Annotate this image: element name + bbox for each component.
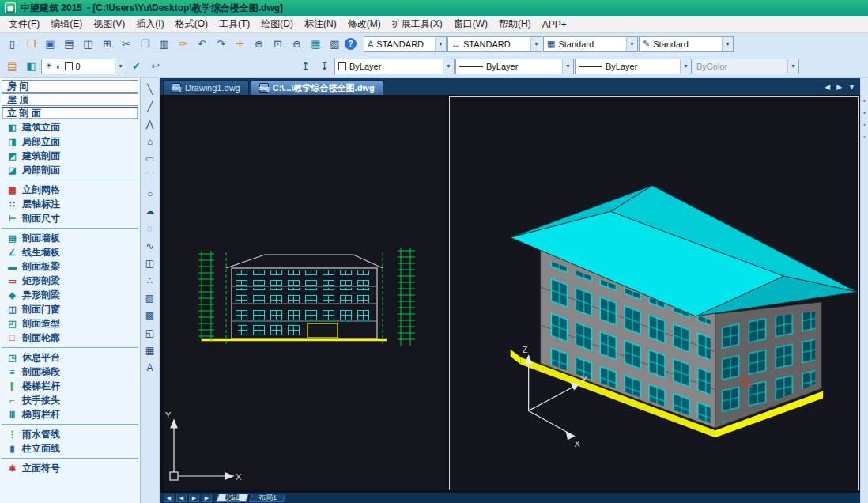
sidebar-item[interactable]: ✱ 立面符号 (0, 461, 140, 475)
drawing-canvas[interactable]: Y X (160, 95, 860, 493)
chevron-down-icon[interactable]: ▼ (562, 59, 573, 74)
sidebar-item[interactable]: ≡ 剖面梯段 (0, 365, 140, 379)
sidebar-item[interactable] (2, 180, 138, 180)
sidebar-item[interactable]: 立 剖 面 (2, 107, 138, 119)
help-button[interactable]: ? (345, 38, 357, 50)
layer-combo[interactable]: ☀ ◐ 0 ▼ (41, 59, 126, 74)
tab-drawing1[interactable]: dwg Drawing1.dwg (163, 80, 249, 95)
point-tool[interactable]: ∴ (142, 274, 158, 287)
make-layer-current-button[interactable]: ✔ (127, 58, 145, 75)
mleader-style-combo[interactable]: ✎ Standard ▼ (639, 36, 734, 52)
layer-properties-button[interactable]: ▤ (3, 58, 21, 75)
polygon-tool[interactable]: ⌂ (142, 135, 158, 148)
zoom-realtime-button[interactable]: ⊕ (250, 36, 268, 53)
chevron-down-icon[interactable]: ▼ (435, 37, 446, 51)
save-button[interactable]: ▣ (41, 36, 59, 53)
zoom-window-button[interactable]: ⊡ (269, 36, 287, 53)
cut-button[interactable]: ✂ (117, 36, 135, 53)
tab-scroll-right-icon[interactable]: ▶ (836, 83, 842, 91)
arc-tool[interactable]: ⌒ (142, 170, 158, 183)
print-preview-button[interactable]: ◫ (79, 36, 97, 53)
copy-button[interactable]: ❐ (136, 36, 154, 53)
sidebar-item[interactable]: ∠ 线生墙板 (0, 245, 140, 259)
sidebar-item[interactable]: ▦ 立剖网格 (0, 183, 140, 197)
sidebar-item[interactable]: ◧ 建筑立面 (0, 120, 140, 134)
layout-nav-button[interactable]: ▶ (202, 494, 212, 502)
ellipse-tool[interactable]: ◌ (142, 222, 158, 235)
revision-cloud-tool[interactable]: ☁ (142, 205, 158, 217)
color-combo[interactable]: ByLayer ▼ (334, 59, 455, 74)
sidebar-item[interactable]: ▬ 剖面板梁 (0, 259, 140, 274)
sidebar-item[interactable]: 房 间 (2, 80, 138, 93)
dock-icon-3[interactable]: ▪ (862, 122, 867, 127)
insert-block-tool[interactable]: ◫ (142, 257, 158, 270)
zoom-previous-button[interactable]: ⊖ (288, 36, 306, 53)
sidebar-item[interactable]: ◩ 建筑剖面 (0, 149, 140, 163)
viewport-2d-elevation[interactable]: Y X (164, 97, 447, 490)
sidebar-item[interactable] (2, 458, 138, 459)
print-button[interactable]: ▤ (60, 36, 78, 53)
redo-button[interactable]: ↷ (212, 36, 230, 53)
sidebar-item[interactable]: ▤ 剖面墙板 (0, 231, 140, 245)
paste-button[interactable]: ▥ (155, 36, 173, 53)
gradient-tool[interactable]: ▩ (142, 309, 158, 322)
menu-item[interactable]: 插入(I) (130, 16, 169, 32)
lineweight-combo[interactable]: ByLayer ▼ (575, 59, 692, 74)
sidebar-item[interactable]: ▮ 柱立面线 (0, 441, 140, 456)
chevron-down-icon[interactable]: ▼ (115, 59, 126, 74)
dock-icon-2[interactable]: ▪ (862, 110, 867, 115)
hatch-tool[interactable]: ▨ (142, 292, 158, 304)
sidebar-item[interactable]: ∥ 楼梯栏杆 (0, 379, 140, 393)
table-button[interactable]: ▦ (307, 36, 325, 53)
sidebar-item[interactable] (2, 424, 138, 425)
open-button[interactable]: ❒ (22, 36, 40, 53)
polyline-tool[interactable]: ⋀ (142, 118, 158, 130)
sidebar-item[interactable]: ◰ 剖面造型 (0, 316, 140, 331)
chevron-down-icon[interactable]: ▼ (626, 37, 637, 51)
sidebar-item[interactable]: ∷ 层轴标注 (0, 197, 140, 211)
menu-item[interactable]: 视图(V) (88, 16, 130, 32)
sidebar-item[interactable]: ◪ 局部剖面 (0, 163, 140, 177)
rectangle-tool[interactable]: ▭ (142, 153, 158, 165)
sidebar-item[interactable]: ◳ 休息平台 (0, 350, 140, 365)
sidebar-item[interactable]: ⊢ 剖面尺寸 (0, 211, 140, 225)
chevron-down-icon[interactable]: ▼ (530, 37, 542, 51)
layer-states-button[interactable]: ◧ (22, 58, 40, 75)
publish-button[interactable]: ⊞ (98, 36, 116, 53)
new-button[interactable]: ▯ (3, 36, 21, 53)
sidebar-item[interactable]: ◆ 异形剖梁 (0, 288, 140, 302)
model-tab[interactable]: 模型 (216, 494, 249, 502)
dock-icon-1[interactable]: ▪ (862, 98, 867, 104)
sidebar-item[interactable]: Ⅲ 梯剪栏杆 (0, 407, 140, 422)
undo-button[interactable]: ↶ (193, 36, 211, 53)
tab-menu-icon[interactable]: ▼ (848, 83, 855, 91)
linetype-combo[interactable]: ByLayer ▼ (455, 59, 574, 74)
sidebar-item[interactable]: ◨ 局部立面 (0, 134, 140, 149)
sidebar-item[interactable]: ▭ 矩形剖梁 (0, 274, 140, 288)
pan-button[interactable]: ✛ (231, 36, 249, 53)
send-to-back-button[interactable]: ↧ (315, 58, 334, 75)
text-tool[interactable]: A (142, 361, 158, 374)
region-tool[interactable]: ◱ (142, 327, 158, 339)
dim-style-combo[interactable]: ↔ STANDARD ▼ (447, 36, 542, 52)
layout-nav-button[interactable]: ◀ (164, 494, 174, 502)
sidebar-item[interactable] (2, 228, 138, 229)
sidebar-item[interactable]: □ 剖面轮廓 (0, 331, 140, 345)
tab-active-drawing[interactable]: dwg C:\...\教学综合楼全图.dwg (251, 80, 383, 95)
chevron-down-icon[interactable]: ▼ (680, 59, 691, 74)
layer-previous-button[interactable]: ↩ (146, 58, 164, 75)
layout-nav-button[interactable]: ◀ (176, 494, 187, 502)
tab-scroll-left-icon[interactable]: ◀ (825, 83, 830, 91)
layout-nav-button[interactable]: ▶ (189, 494, 199, 502)
viewport-3d[interactable]: Z Y X (449, 96, 859, 490)
construction-line-tool[interactable]: ╱ (142, 100, 158, 113)
menu-item[interactable]: 窗口(W) (448, 16, 493, 32)
table-style-combo[interactable]: ▦ Standard ▼ (543, 36, 638, 52)
menu-item[interactable]: 编辑(E) (45, 16, 88, 32)
line-tool[interactable]: ╲ (142, 83, 158, 96)
menu-item[interactable]: 文件(F) (3, 16, 45, 32)
match-properties-button[interactable]: ✑ (174, 36, 192, 53)
menu-item[interactable]: 绘图(D) (255, 16, 299, 32)
menu-item[interactable]: 格式(O) (170, 16, 213, 32)
menu-item[interactable]: 工具(T) (213, 16, 255, 32)
